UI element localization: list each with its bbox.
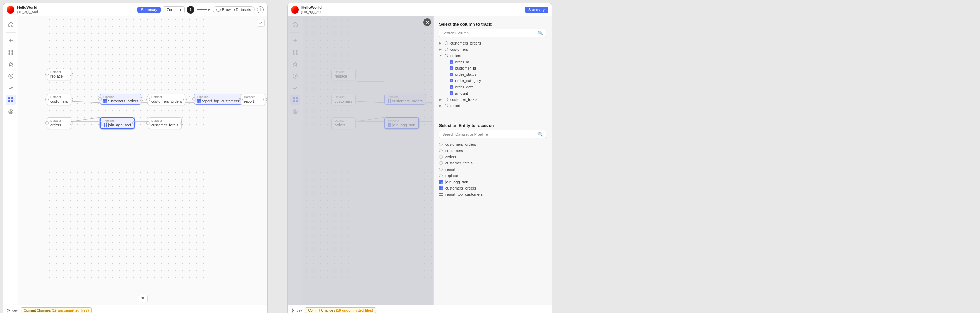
entity-search-icon: 🔍 (538, 132, 543, 137)
app-logo (6, 6, 14, 14)
panel-body: Dataset replace Dataset customers Pipeli… (3, 16, 267, 305)
dataset-icon (445, 104, 448, 107)
track-title: Select the column to track: (439, 22, 546, 27)
node-customers-orders-pipeline[interactable]: Pipeline customers_orders (100, 93, 142, 105)
modal-divider (439, 116, 546, 116)
node-input (45, 73, 49, 76)
entity-search-input[interactable] (442, 132, 536, 136)
tree-item-customers[interactable]: ▶ customers (439, 46, 546, 52)
right-footer: dev Commit Changes (19 uncommitted files… (288, 305, 552, 313)
tree-item-report[interactable]: ▶ report (439, 103, 546, 109)
svg-point-2 (9, 53, 10, 55)
right-header: HelloWorld join_agg_sort Summary (288, 3, 552, 16)
sidebar-item-home[interactable] (6, 19, 16, 30)
dataset-circle-icon (439, 161, 442, 165)
entity-report-top-customers[interactable]: report_top_customers (439, 191, 546, 198)
column-search-box[interactable]: 🔍 (439, 29, 546, 37)
summary-button[interactable]: Summary (137, 6, 161, 13)
node-output (140, 97, 143, 101)
column-icon (450, 73, 453, 76)
node-customer-totals[interactable]: Dataset customer_totals (148, 117, 181, 129)
dataset-circle-icon (439, 149, 442, 152)
right-summary-button[interactable]: Summary (525, 6, 548, 13)
node-input (45, 98, 49, 101)
right-branch: dev (291, 308, 302, 313)
column-icon (450, 60, 453, 64)
entity-customers-orders-pipeline[interactable]: customers_orders (439, 185, 546, 191)
branch-indicator: dev (6, 308, 18, 313)
collapse-button[interactable]: ▼ (138, 294, 148, 302)
node-replace[interactable]: Dataset replace (47, 68, 72, 80)
zoom-button[interactable]: Zoom In (163, 6, 185, 13)
right-header-actions: Summary (525, 6, 548, 13)
dag-canvas[interactable]: Dataset replace Dataset customers Pipeli… (19, 16, 267, 305)
entity-customers[interactable]: customers (439, 147, 546, 154)
sidebar-item-history[interactable] (6, 71, 16, 81)
entity-orders[interactable]: orders (439, 154, 546, 160)
node-input (146, 122, 150, 125)
track-section: Select the column to track: 🔍 ▶ customer… (439, 22, 546, 109)
node-output (70, 122, 73, 125)
canvas-controls: ⤢ (257, 19, 264, 27)
sidebar-item-add[interactable] (6, 35, 16, 46)
commit-changes-button[interactable]: Commit Changes (19 uncommitted files) (21, 307, 92, 313)
expand-icon[interactable]: ⤢ (257, 19, 264, 27)
node-output (180, 122, 183, 125)
tree-item-amount[interactable]: amount (439, 90, 546, 96)
right-commit-button[interactable]: Commit Changes (19 uncommitted files) (305, 307, 376, 313)
browse-circle-icon (216, 8, 221, 12)
right-title-group: HelloWorld join_agg_sort (301, 5, 522, 14)
tree-item-customers-orders[interactable]: ▶ customers_orders (439, 40, 546, 46)
entity-join-agg-sort[interactable]: join_agg_sort (439, 179, 546, 185)
app-name: HelloWorld (17, 5, 135, 10)
node-input (192, 97, 196, 101)
entity-customers-orders[interactable]: customers_orders (439, 141, 546, 147)
column-icon (450, 92, 453, 95)
tree-item-order-date[interactable]: order_date (439, 84, 546, 90)
node-output (70, 98, 73, 101)
tree-item-orders[interactable]: ▼ orders (439, 52, 546, 59)
tree-item-customer-totals[interactable]: ▶ customer_totals (439, 96, 546, 103)
node-output (132, 122, 136, 125)
node-customers[interactable]: Dataset customers (47, 93, 72, 105)
entity-search-box[interactable]: 🔍 (439, 130, 546, 138)
dataset-circle-icon (439, 174, 442, 177)
entity-report[interactable]: report (439, 166, 546, 172)
sidebar-item-favorites[interactable] (6, 59, 16, 70)
sidebar-item-analytics[interactable] (6, 83, 16, 93)
modal-close-button[interactable]: ✕ (423, 19, 431, 26)
sidebar-item-logs[interactable] (6, 106, 16, 117)
header-actions: Summary Zoom In 1 Browse Datasets i (137, 6, 264, 14)
entity-customer-totals[interactable]: customer_totals (439, 160, 546, 166)
column-search-input[interactable] (442, 31, 536, 35)
right-app-name: HelloWorld (301, 5, 522, 10)
node-orders[interactable]: Dataset orders (47, 117, 72, 129)
node-input (98, 97, 102, 101)
dataset-circle-icon (439, 168, 442, 171)
node-customers-orders-dataset[interactable]: Dataset customers_orders (148, 93, 185, 105)
left-sidebar (3, 16, 19, 305)
tree-item-order-status[interactable]: order_status (439, 71, 546, 77)
browse-datasets-button[interactable]: Browse Datasets (213, 6, 255, 13)
modal-panel: Select the column to track: 🔍 ▶ customer… (433, 16, 552, 305)
entity-replace[interactable]: replace (439, 172, 546, 179)
tree-item-order-id[interactable]: order_id (439, 59, 546, 65)
dataset-icon (445, 47, 448, 51)
tree-item-customer-id[interactable]: customer_id (439, 65, 546, 71)
svg-point-18 (8, 311, 8, 312)
node-report-top-customers[interactable]: Pipeline report_top_customers (194, 93, 242, 105)
sidebar-separator (6, 32, 16, 33)
svg-point-36 (292, 309, 293, 310)
sidebar-item-nodes[interactable] (6, 47, 16, 58)
info-button[interactable]: i (257, 6, 264, 13)
tree-item-order-category[interactable]: order_category (439, 77, 546, 84)
node-join-agg-sort[interactable]: Pipeline join_agg_sort (100, 117, 135, 129)
svg-point-1 (11, 51, 13, 52)
column-tree: ▶ customers_orders ▶ customers ▼ (439, 40, 546, 109)
svg-rect-7 (8, 100, 10, 102)
node-output (70, 73, 73, 76)
dataset-icon (445, 54, 448, 57)
svg-point-17 (8, 309, 8, 310)
node-report[interactable]: Dataset report (241, 93, 265, 105)
sidebar-item-pipeline[interactable] (6, 95, 16, 105)
